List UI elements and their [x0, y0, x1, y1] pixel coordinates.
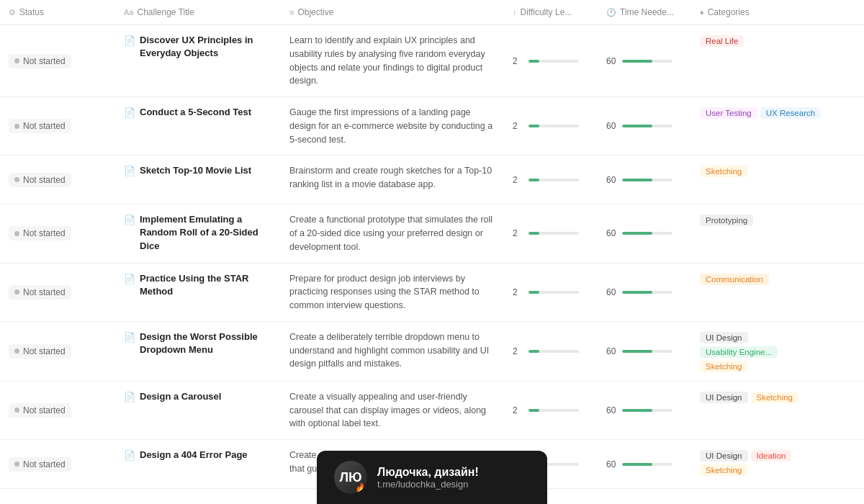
status-dot [14, 58, 19, 63]
status-cell: Not started [0, 382, 115, 439]
table-row[interactable]: Not started 📄 Conduct a 5-Second Test Ga… [0, 97, 864, 156]
category-tag: UI Design [700, 392, 748, 403]
category-tag: Sketching [751, 392, 799, 403]
objective-cell: Create a functional prototype that simul… [281, 204, 504, 262]
status-label: Not started [23, 228, 66, 238]
challenge-title: 📄 Design a Carousel [124, 390, 221, 404]
time-bar-track [622, 60, 672, 63]
difficulty-header-icon: ↑ [513, 8, 517, 17]
difficulty-number: 2 [513, 346, 524, 356]
status-header-icon: ⚙ [9, 8, 16, 17]
difficulty-bar-fill [528, 291, 539, 294]
category-tag: UI Design [700, 450, 748, 462]
status-badge: Not started [9, 285, 71, 300]
status-dot [14, 124, 19, 129]
categories-cell: UI DesignUsability Engine...Sketching [691, 322, 835, 381]
time-number: 60 [606, 287, 618, 297]
status-cell: Not started [0, 97, 115, 155]
status-dot [14, 289, 19, 294]
difficulty-bar-fill [528, 179, 539, 181]
status-badge: Not started [9, 457, 71, 472]
status-label: Not started [23, 56, 66, 66]
title-cell: 📄 Practice Using the STAR Method [115, 264, 281, 321]
difficulty-bar-row: 2 [513, 405, 579, 415]
table-row[interactable]: Not started 📄 Implement Emulating a Rand… [0, 204, 864, 263]
table-header: ⚙ Status Aa Challenge Title ≡ Objective … [0, 0, 864, 25]
time-cell: 60 [598, 156, 691, 204]
difficulty-bar-track [528, 60, 579, 63]
notification-bar[interactable]: ЛЮ 🔥 Людочка, дизайн! t.me/ludochka_desi… [317, 451, 547, 489]
difficulty-bar-row: 2 [513, 228, 579, 238]
status-badge: Not started [9, 173, 71, 187]
notification-title: Людочка, дизайн! [377, 466, 479, 479]
time-bar-row: 60 [606, 405, 672, 415]
category-tag: Sketching [700, 361, 748, 372]
doc-icon: 📄 [124, 391, 135, 404]
categories-cell: User TestingUX Research [691, 97, 835, 155]
status-badge: Not started [9, 54, 71, 68]
doc-icon: 📄 [124, 214, 135, 227]
objective-text: Create a functional prototype that simul… [289, 213, 495, 253]
challenge-title: 📄 Practice Using the STAR Method [124, 272, 272, 298]
title-text: Design a 404 Error Page [140, 449, 248, 462]
doc-icon: 📄 [124, 273, 135, 286]
difficulty-bar-track [528, 232, 579, 235]
difficulty-cell: 2 [504, 264, 598, 321]
difficulty-number: 2 [513, 175, 524, 185]
table-row[interactable]: Not started 📄 Practice Using the STAR Me… [0, 264, 864, 322]
difficulty-bar-track [528, 125, 579, 127]
difficulty-bar-fill [528, 125, 539, 127]
objective-cell: Create a deliberately terrible dropdown … [281, 322, 504, 381]
notification-link[interactable]: t.me/ludochka_design [377, 479, 479, 490]
time-bar-row: 60 [606, 287, 672, 297]
category-tag: Prototyping [700, 215, 753, 226]
status-dot [14, 348, 19, 354]
time-cell: 60 [598, 440, 691, 488]
difficulty-number: 2 [513, 228, 524, 238]
doc-icon: 📄 [124, 107, 135, 120]
status-label: Not started [23, 346, 66, 356]
status-cell: Not started [0, 440, 115, 488]
title-cell: 📄 Sketch Top-10 Movie List [115, 156, 281, 204]
time-number: 60 [606, 56, 618, 66]
difficulty-cell: 2 [504, 382, 598, 439]
time-bar-track [622, 409, 672, 412]
categories-cell: UI DesignIdeationSketching [691, 440, 835, 488]
challenge-title: 📄 Discover UX Principles in Everyday Obj… [124, 34, 272, 60]
status-label: Not started [23, 175, 66, 185]
table-row[interactable]: Not started 📄 Design a Carousel Create a… [0, 382, 864, 440]
title-text: Practice Using the STAR Method [140, 272, 272, 298]
objective-cell: Learn to identify and explain UX princip… [281, 25, 504, 96]
difficulty-bar-track [528, 179, 579, 181]
time-number: 60 [606, 228, 618, 238]
header-difficulty: ↑ Difficulty Le... [504, 7, 598, 17]
difficulty-bar-track [528, 291, 579, 294]
difficulty-bar-row: 2 [513, 287, 579, 297]
categories-cell: Sketching [691, 156, 835, 204]
time-cell: 60 [598, 264, 691, 321]
difficulty-bar-row: 2 [513, 56, 579, 66]
table-row[interactable]: Not started 📄 Design the Worst Possible … [0, 322, 864, 382]
category-tag: UX Research [760, 107, 821, 119]
difficulty-bar-fill [528, 409, 539, 412]
time-number: 60 [606, 459, 618, 469]
challenge-title: 📄 Implement Emulating a Random Roll of a… [124, 213, 272, 253]
status-badge: Not started [9, 344, 71, 359]
category-tag: Sketching [700, 464, 748, 476]
time-bar-fill [622, 179, 652, 181]
time-bar-track [622, 125, 672, 127]
table-row[interactable]: Not started 📄 Sketch Top-10 Movie List B… [0, 156, 864, 204]
notification-text: Людочка, дизайн! t.me/ludochka_design [377, 466, 479, 490]
status-label: Not started [23, 405, 66, 415]
time-bar-track [622, 179, 672, 181]
title-text: Discover UX Principles in Everyday Objec… [140, 34, 272, 60]
time-cell: 60 [598, 25, 691, 96]
time-bar-track [622, 463, 672, 466]
difficulty-bar-row: 2 [513, 175, 579, 185]
time-bar-track [622, 350, 672, 353]
difficulty-bar-track [528, 409, 579, 412]
status-cell: Not started [0, 156, 115, 204]
status-dot [14, 231, 19, 236]
table-row[interactable]: Not started 📄 Discover UX Principles in … [0, 25, 864, 97]
avatar: ЛЮ 🔥 [334, 461, 367, 489]
